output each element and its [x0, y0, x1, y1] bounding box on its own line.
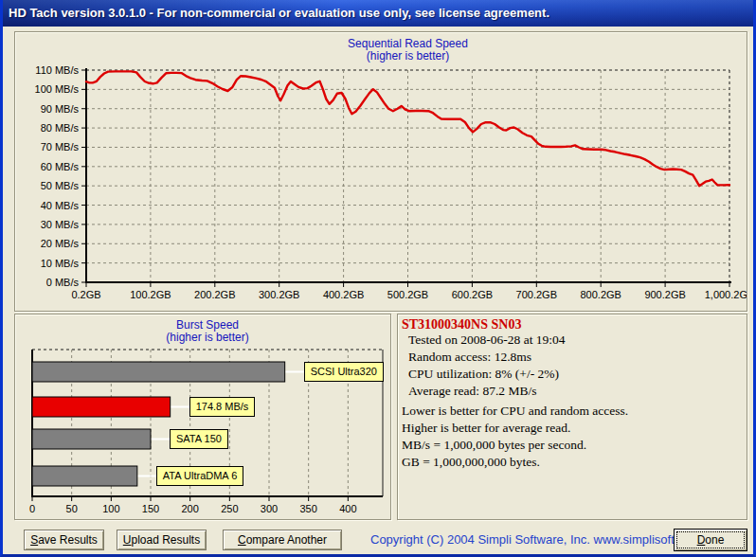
burst-tick-label: 300 [261, 503, 278, 514]
hd-tach-window: HD Tach version 3.0.1.0 - For non-commer… [0, 0, 756, 557]
tested-on-line: Tested on 2008-06-28 at 19:04 [408, 332, 566, 348]
compare-another-drive-button[interactable]: Compare Another Drive [223, 530, 342, 550]
burst-speed-chart-panel: Burst Speed (higher is better) 050100150… [14, 314, 391, 520]
burst-bar [32, 397, 171, 417]
note-higher-better: Higher is better for average read. [402, 421, 570, 436]
y-tick-label: 70 MB/s [41, 141, 80, 153]
drive-name: ST31000340NS SN03 [402, 317, 521, 332]
x-tick-label: 400.2GB [323, 289, 364, 300]
note-mbs-definition: MB/s = 1,000,000 bytes per second. [402, 438, 586, 453]
note-gb-definition: GB = 1,000,000,000 bytes. [402, 455, 540, 470]
window-titlebar[interactable]: HD Tach version 3.0.1.0 - For non-commer… [0, 0, 756, 27]
burst-tick-label: 200 [181, 503, 198, 514]
bar-label: SCSI Ultra320 [304, 362, 384, 382]
cpu-utilization-line: CPU utilization: 8% (+/- 2%) [408, 367, 559, 382]
y-tick-label: 50 MB/s [41, 180, 80, 191]
y-tick-label: 60 MB/s [41, 161, 80, 172]
y-tick-label: 30 MB/s [41, 219, 80, 230]
y-tick-label: 100 MB/s [35, 83, 80, 95]
y-tick-label: 0 MB/s [46, 277, 80, 288]
y-tick-label: 80 MB/s [41, 122, 80, 134]
average-read-line: Average read: 87.2 MB/s [408, 384, 536, 399]
random-access-line: Random access: 12.8ms [408, 350, 531, 365]
x-tick-label: 1,000.2GB [705, 289, 747, 300]
burst-tick-label: 400 [339, 503, 356, 514]
upload-results-button[interactable]: Upload Results [117, 530, 207, 550]
bar-label: 174.8 MB/s [189, 397, 256, 417]
x-tick-label: 500.2GB [387, 289, 428, 300]
x-tick-label: 800.2GB [580, 289, 621, 300]
sequential-read-chart: 0 MB/s10 MB/s20 MB/s30 MB/s40 MB/s50 MB/… [15, 32, 747, 312]
burst-speed-chart: 050100150200250300350400 [15, 314, 391, 520]
y-tick-label: 10 MB/s [41, 258, 80, 269]
burst-tick-label: 100 [102, 503, 119, 514]
burst-tick-label: 50 [66, 503, 78, 514]
burst-bar [32, 429, 151, 449]
y-tick-label: 90 MB/s [41, 103, 80, 115]
bar-label: ATA UltraDMA 6 [156, 466, 243, 486]
y-tick-label: 20 MB/s [41, 238, 80, 249]
burst-tick-label: 250 [221, 503, 238, 514]
sequential-read-chart-panel: Sequential Read Speed (higher is better)… [14, 31, 747, 312]
bar-label: SATA 150 [170, 429, 228, 449]
note-lower-better: Lower is better for CPU and random acces… [402, 404, 628, 419]
burst-tick-label: 0 [29, 503, 35, 514]
burst-bar [32, 362, 285, 382]
x-tick-label: 100.2GB [130, 289, 171, 300]
x-tick-label: 600.2GB [452, 289, 493, 300]
x-tick-label: 700.2GB [516, 289, 557, 300]
burst-bar [32, 466, 137, 486]
burst-tick-label: 350 [299, 503, 316, 514]
x-tick-label: 200.2GB [194, 289, 235, 300]
y-tick-label: 110 MB/s [35, 64, 79, 76]
x-tick-label: 300.2GB [259, 289, 299, 300]
x-tick-label: 900.2GB [644, 289, 685, 300]
burst-tick-label: 150 [142, 503, 159, 514]
save-results-button[interactable]: Save Results [24, 530, 104, 550]
drive-info-panel: ST31000340NS SN03 Tested on 2008-06-28 a… [397, 314, 747, 520]
done-button[interactable]: Done [674, 529, 747, 551]
window-title: HD Tach version 3.0.1.0 - For non-commer… [9, 6, 549, 20]
x-tick-label: 0.2GB [71, 289, 100, 300]
y-tick-label: 40 MB/s [41, 200, 80, 211]
